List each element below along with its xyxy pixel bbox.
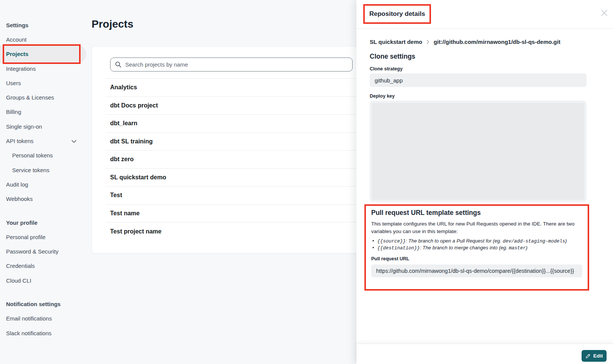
- project-search[interactable]: [110, 58, 353, 72]
- project-list: Analytics dbt Docs project dbt_learn dbt…: [106, 78, 358, 241]
- sidebar-item-personal-tokens[interactable]: Personal tokens: [0, 148, 94, 163]
- chevron-down-icon: [72, 138, 76, 144]
- search-icon: [115, 61, 121, 68]
- project-row[interactable]: Analytics: [106, 79, 358, 97]
- pr-template-description: This template configures the URL for new…: [371, 220, 582, 235]
- sidebar-item-audit-log[interactable]: Audit log: [0, 177, 94, 191]
- project-row[interactable]: dbt_learn: [106, 115, 358, 133]
- sidebar-item-password-security[interactable]: Password & Security: [0, 244, 94, 258]
- pr-template-heading: Pull request URL template settings: [371, 209, 582, 217]
- page-title: Projects: [92, 18, 134, 30]
- sidebar-item-credentials[interactable]: Credentials: [0, 259, 94, 273]
- red-highlight-box: Repository details: [363, 4, 431, 24]
- sidebar-heading-notification-settings: Notification settings: [0, 297, 94, 311]
- sidebar-item-account[interactable]: Account: [0, 32, 94, 47]
- project-row[interactable]: Test name: [106, 205, 358, 223]
- sidebar-item-webhooks[interactable]: Webhooks: [0, 192, 94, 206]
- project-row[interactable]: dbt Docs project: [106, 97, 358, 115]
- project-row[interactable]: dbt SL training: [106, 133, 358, 151]
- deploy-key-redacted-value: [372, 103, 584, 200]
- settings-sidebar: Settings Account Projects Integrations U…: [0, 0, 94, 364]
- panel-title: Repository details: [369, 10, 425, 18]
- clone-strategy-label: Clone strategy: [370, 66, 403, 72]
- project-row[interactable]: dbt zero: [106, 151, 358, 169]
- project-row[interactable]: SL quickstart demo: [106, 169, 358, 187]
- breadcrumb-project[interactable]: SL quickstart demo: [370, 39, 422, 45]
- repository-details-panel: Repository details SL quickstart demo gi…: [356, 0, 613, 364]
- deploy-key-label: Deploy key: [370, 93, 395, 99]
- deploy-key-field: [370, 101, 587, 202]
- pull-request-template-section: Pull request URL template settings This …: [364, 204, 589, 291]
- project-row[interactable]: Test project name: [106, 222, 358, 241]
- pr-template-variables: {{source}}: The branch to open a Pull Re…: [371, 238, 582, 251]
- pull-request-url-label: Pull request URL: [371, 256, 582, 261]
- sidebar-item-api-tokens[interactable]: API tokens: [0, 134, 94, 148]
- sidebar-item-users[interactable]: Users: [0, 76, 94, 90]
- sidebar-item-integrations[interactable]: Integrations: [0, 61, 94, 76]
- sidebar-item-billing[interactable]: Billing: [0, 105, 94, 119]
- search-input[interactable]: [125, 61, 352, 68]
- panel-footer: Edit: [356, 344, 613, 364]
- pull-request-url-value: https://github.com/mirnawong1/db-sl-qs-d…: [371, 264, 582, 277]
- close-icon[interactable]: [601, 9, 608, 16]
- project-row[interactable]: Test: [106, 187, 358, 205]
- chevron-right-icon: [426, 40, 429, 44]
- sidebar-item-email-notifications[interactable]: Email notifications: [0, 311, 94, 326]
- sidebar-item-cloud-cli[interactable]: Cloud CLI: [0, 273, 94, 288]
- pencil-icon: [585, 353, 591, 359]
- sidebar-item-service-tokens[interactable]: Service tokens: [0, 163, 94, 177]
- breadcrumb-repo-url: git://github.com/mirnawong1/db-sl-qs-dem…: [434, 39, 560, 45]
- sidebar-heading-your-profile: Your profile: [0, 215, 94, 230]
- sidebar-item-slack-notifications[interactable]: Slack notifications: [0, 326, 94, 340]
- edit-button[interactable]: Edit: [582, 350, 607, 362]
- sidebar-item-single-sign-on[interactable]: Single sign-on: [0, 119, 94, 134]
- sidebar-heading-settings: Settings: [0, 18, 94, 32]
- sidebar-item-personal-profile[interactable]: Personal profile: [0, 230, 94, 244]
- pr-variable-source: {{source}}: The branch to open a Pull Re…: [371, 238, 582, 245]
- header-divider: [356, 28, 613, 29]
- breadcrumb: SL quickstart demo git://github.com/mirn…: [370, 39, 560, 45]
- sidebar-item-projects[interactable]: Projects: [0, 47, 94, 61]
- pr-variable-destination: {{destination}}: The branch to merge cha…: [371, 245, 582, 252]
- clone-strategy-value: github_app: [370, 73, 587, 87]
- clone-settings-heading: Clone settings: [370, 53, 415, 61]
- projects-card: Analytics dbt Docs project dbt_learn dbt…: [92, 46, 358, 254]
- sidebar-item-groups-licenses[interactable]: Groups & Licenses: [0, 90, 94, 104]
